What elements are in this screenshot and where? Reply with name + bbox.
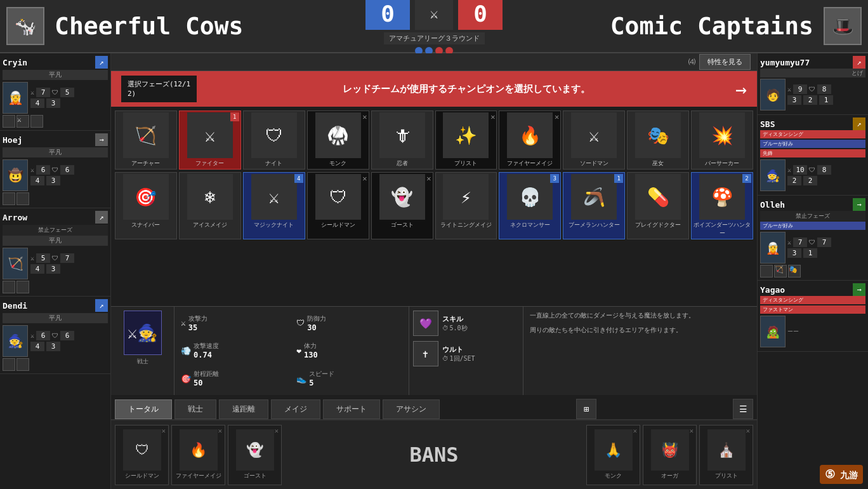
avatar-yagao: 🧟: [760, 316, 786, 347]
champ-cell[interactable]: 🛡シールドマン✕: [307, 172, 369, 239]
player-card-arrow: Arrow ↗ 禁止フェーズ 平凡 🏹 ⚔5 🛡7 43: [0, 208, 110, 297]
champ-name: ファイター: [195, 159, 224, 168]
category-tab-0[interactable]: トータル: [115, 399, 172, 419]
champ-cell[interactable]: 🥋モンク✕: [307, 111, 369, 170]
champ-name: ソードマン: [580, 159, 608, 168]
watermark: ⑤ 九游: [820, 465, 863, 484]
player-card-cryin: Cryin ↗ 平凡 🧝 ⚔7 🛡5 43: [0, 53, 110, 131]
ban-slot-4: 🙏 モンク ✕: [586, 425, 640, 485]
ult-row: ✝ ウルト ⏱ 1回/SET: [413, 341, 519, 366]
champ-cell[interactable]: 👻ゴースト✕: [371, 172, 433, 239]
champ-cell[interactable]: ⚡ライトニングメイジ: [435, 172, 497, 239]
champ-cell[interactable]: 🛡ナイト: [243, 111, 305, 170]
champ-cell[interactable]: 💥バーサーカー: [691, 111, 753, 170]
champ-cell[interactable]: 🗡忍者: [371, 111, 433, 170]
ban-slot-2: 🔥 ファイヤーメイジ ✕: [171, 425, 225, 485]
badge-yagao-1: ディスタンシング: [760, 296, 865, 304]
champ-cell[interactable]: 🎭巫女: [627, 111, 689, 170]
item-slot: [3, 115, 15, 128]
vs-icon: ⚔: [415, 0, 453, 30]
ult-icon: ✝: [413, 341, 438, 366]
ban-sprite-2: 🔥: [180, 429, 218, 471]
team-right-name: Comic Captains: [610, 12, 813, 40]
champ-cell[interactable]: 🪃ブーメランハンター1: [563, 172, 625, 239]
ban-sprite-5: 👹: [651, 429, 689, 471]
champ-cell[interactable]: 🔥ファイヤーメイジ✕: [499, 111, 561, 170]
champ-name: ナイト: [265, 159, 282, 168]
player-card-sbs: SBS ↗ ディスタンシング ブルーが好み 先鋒 🧙 ⚔10 🛡8: [758, 115, 868, 196]
category-tab-1[interactable]: 戦士: [174, 399, 216, 419]
champ-sprite: 💥: [699, 112, 745, 158]
champ-cell[interactable]: 🏹アーチャー: [115, 111, 177, 170]
champ-name: ライトニングメイジ: [440, 221, 492, 229]
main-layout: Cryin ↗ 平凡 🧝 ⚔7 🛡5 43: [0, 53, 868, 489]
team-left-name: Cheerful Cows: [55, 12, 243, 40]
player-indicator-cryin: ↗: [95, 56, 108, 69]
champ-cell[interactable]: 💀ネクロマンサー3: [499, 172, 561, 239]
champ-sprite: 👻: [379, 174, 425, 220]
champ-sprite: ✨: [443, 112, 489, 158]
category-tab-5[interactable]: アサシン: [383, 399, 440, 419]
ban-label-arrow: 禁止フェーズ: [3, 225, 108, 236]
trait-button[interactable]: 特性を見る: [699, 54, 751, 70]
tab-icon-grid[interactable]: ⊞: [576, 399, 596, 419]
champ-sprite: 🥋: [315, 112, 361, 158]
champ-sprite: 💀: [507, 174, 553, 220]
champ-sprite: 🗡: [379, 112, 425, 158]
champ-cell[interactable]: ❄アイスメイジ: [179, 172, 241, 239]
champ-cell[interactable]: ✨プリスト✕: [435, 111, 497, 170]
left-sidebar: Cryin ↗ 平凡 🧝 ⚔7 🛡5 43: [0, 53, 111, 489]
champ-badge: 1: [230, 112, 239, 121]
detail-champ-preview: ⚔🧙 戦士: [111, 307, 174, 395]
champ-cell[interactable]: 💊プレイグドクター: [627, 172, 689, 239]
champ-cell[interactable]: 🍄ポイズンダーツハンター2: [691, 172, 753, 239]
champion-grid-row2: 🎯スナイパー❄アイスメイジ⚔マジックナイト4🛡シールドマン✕👻ゴースト✕⚡ライト…: [115, 172, 753, 239]
player-name-cryin: Cryin: [3, 58, 27, 67]
champ-sprite: 🏹: [123, 112, 169, 158]
champ-sprite: 🪃: [571, 174, 617, 220]
rank-yumyumyu77: とげ: [760, 69, 865, 77]
champ-sprite: 🍄: [699, 174, 745, 220]
champ-name: ゴースト: [391, 221, 414, 229]
item-slot: [3, 358, 15, 371]
score-left: 0: [365, 0, 410, 30]
avatar-yumyumyu77: 🧑: [760, 79, 786, 111]
champ-cell[interactable]: ⚔マジックナイト4: [243, 172, 305, 239]
champ-name: ポイズンダーツハンター: [693, 221, 751, 238]
player-name-hoej: Hoej: [3, 135, 22, 145]
player-indicator-hoej: →: [95, 133, 108, 146]
champ-name: モンク: [329, 159, 346, 168]
player-indicator-olleh: →: [853, 198, 865, 211]
team-left-icon: 🐄: [6, 7, 44, 45]
item-slot-olleh: 🎭: [788, 265, 801, 278]
team-right-icon: 🎩: [824, 7, 862, 45]
champ-sprite: ⚡: [443, 174, 489, 220]
detail-description: 一直線上の全ての敵にダメージを与える魔法を放します。 周りの敵たちを中心に引き付…: [523, 307, 758, 395]
champ-cell[interactable]: 🎯スナイパー: [115, 172, 177, 239]
badge-sbs-1: ディスタンシング: [760, 130, 865, 138]
champ-name: プレイグドクター: [635, 221, 681, 229]
champ-sprite: 🔥: [507, 112, 553, 158]
champ-sprite: 🎭: [635, 112, 681, 158]
ban-x-icon: ✕: [362, 112, 367, 121]
champ-cell[interactable]: ⚔ソードマン: [563, 111, 625, 170]
detail-champ-name: 戦士: [137, 358, 148, 366]
team-right: Comic Captains 🎩: [503, 7, 862, 45]
score-area: 0 ⚔ 0 アマチュアリーグ３ラウンド: [365, 0, 503, 55]
tab-icon-list[interactable]: ☰: [733, 399, 753, 419]
category-tab-4[interactable]: サポート: [323, 399, 380, 419]
category-tab-2[interactable]: 遠距離: [219, 399, 268, 419]
champ-badge: 4: [294, 174, 303, 183]
category-tab-3[interactable]: メイジ: [271, 399, 320, 419]
badge-olleh-1: ブルーが好み: [760, 222, 865, 230]
rank-bar-dendi: 平凡: [3, 313, 108, 323]
item-slot: [3, 281, 15, 293]
avatar-hoej: 🤠: [3, 159, 28, 191]
phase-message: レッドチームが使用するチャンピオンを選択しています。: [197, 83, 735, 95]
champ-cell[interactable]: ⚔ファイター1: [179, 111, 241, 170]
score-right: 0: [458, 0, 503, 30]
champ-name: ブーメランハンター: [569, 221, 620, 229]
player-name-yagao: Yagao: [760, 285, 785, 295]
player-name-arrow: Arrow: [3, 213, 27, 222]
champ-sprite: 🛡: [315, 174, 361, 220]
